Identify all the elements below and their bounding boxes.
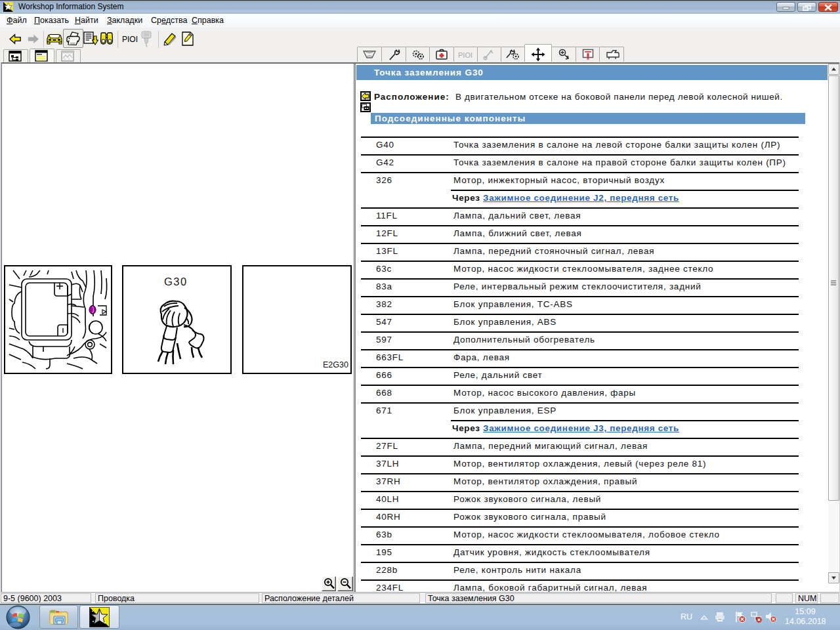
svg-text:G30: G30 bbox=[164, 276, 188, 287]
